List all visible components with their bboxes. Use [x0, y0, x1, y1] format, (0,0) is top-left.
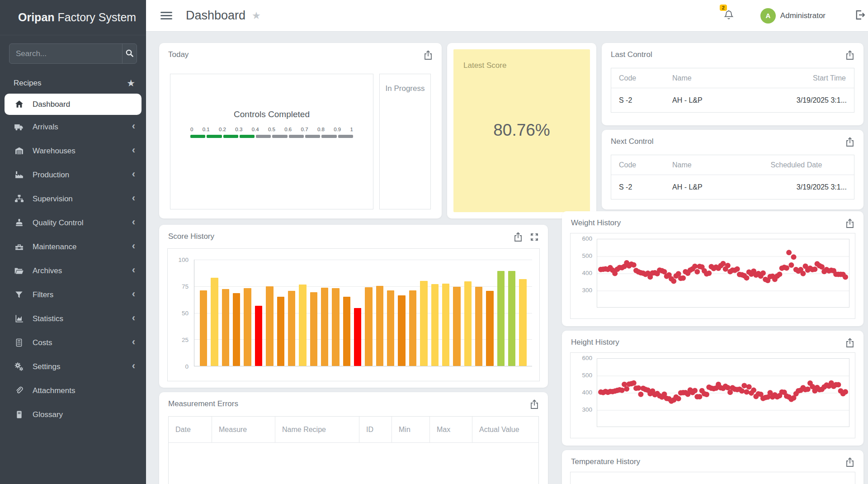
in-progress-label: In Progress — [386, 84, 425, 93]
notifications-button[interactable]: 2 — [723, 9, 734, 22]
controls-completed-title: Controls Completed — [170, 109, 373, 119]
latest-score-title: Latest Score — [453, 49, 590, 70]
progress-segment-completed — [223, 135, 238, 138]
sidebar-item-filters[interactable]: Filters‹ — [0, 283, 146, 307]
next-control-title: Next Control — [611, 137, 653, 146]
sidebar-item-supervision[interactable]: Supervision‹ — [0, 187, 146, 211]
stamp-icon — [14, 218, 24, 228]
table-row: S -2AH - L&P3/19/2025 3:1... — [611, 88, 854, 112]
fullscreen-button[interactable] — [530, 232, 539, 243]
score-bar — [321, 288, 328, 366]
brand-bold: Oripan — [18, 11, 55, 24]
y-axis-labels: 600500400300 — [571, 358, 592, 427]
export-button[interactable] — [845, 137, 854, 148]
share-icon — [845, 55, 854, 62]
column-header: Start Time — [757, 74, 854, 82]
score-bar — [475, 287, 482, 366]
sidebar-item-label: Warehouses — [33, 147, 132, 156]
in-progress-panel: In Progress — [379, 74, 431, 209]
height-history-title: Height History — [571, 338, 619, 347]
column-header: Actual Value — [472, 417, 538, 442]
book-icon — [14, 410, 24, 419]
logout-button[interactable] — [854, 9, 865, 22]
sidebar-section: Recipes ★ — [0, 76, 146, 91]
export-button[interactable] — [845, 50, 854, 62]
score-bar — [486, 291, 493, 366]
sidebar-item-warehouses[interactable]: Warehouses‹ — [0, 139, 146, 163]
truck-icon — [14, 123, 24, 132]
export-button[interactable] — [845, 218, 854, 230]
column-header: Name — [672, 161, 757, 169]
score-bar — [497, 271, 505, 366]
progress-segment-remaining — [289, 135, 304, 138]
search-input[interactable] — [9, 44, 122, 63]
tick-label: 0 — [190, 127, 193, 132]
sidebar-item-archives[interactable]: Archives‹ — [0, 259, 146, 283]
tick-label: 0.8 — [317, 127, 325, 132]
score-bar — [387, 290, 394, 366]
sidebar-item-settings[interactable]: Settings‹ — [0, 355, 146, 379]
column-header: Name — [672, 74, 757, 82]
export-button[interactable] — [530, 399, 539, 411]
progress-segment-completed — [240, 135, 255, 138]
sidebar-item-attachments[interactable]: Attachments — [0, 379, 146, 403]
column-header: Code — [611, 74, 672, 82]
sidebar-item-maintenance[interactable]: Maintenance‹ — [0, 235, 146, 259]
sidebar-search — [9, 43, 137, 64]
tick-label: 0.7 — [301, 127, 308, 132]
sidebar-item-statistics[interactable]: Statistics‹ — [0, 307, 146, 331]
sidebar-item-label: Filters — [33, 290, 132, 299]
calculator-icon — [14, 338, 24, 347]
share-icon — [845, 462, 854, 469]
progress-segment-remaining — [256, 135, 271, 138]
sidebar-item-arrivals[interactable]: Arrivals‹ — [0, 115, 146, 139]
y-axis-labels: 600500400300 — [571, 239, 592, 308]
favorite-star-icon[interactable]: ★ — [127, 78, 135, 89]
export-button[interactable] — [514, 232, 523, 243]
tick-label: 0.3 — [235, 127, 242, 132]
table-header-row: CodeNameScheduled Date — [611, 155, 854, 175]
progress-segment-remaining — [321, 135, 336, 138]
gears-icon — [14, 362, 24, 371]
score-bar — [310, 292, 317, 366]
next-control-table: CodeNameScheduled DateS -2AH - L&P3/19/2… — [611, 155, 854, 199]
menu-toggle-icon[interactable] — [160, 10, 172, 21]
table-header-row: DateMeasureName RecipeIDMinMaxActual Val… — [169, 417, 538, 443]
search-button[interactable] — [122, 44, 137, 63]
sidebar-item-quality-control[interactable]: Quality Control‹ — [0, 211, 146, 235]
sidebar-section-label: Recipes — [14, 79, 41, 88]
score-bar — [365, 287, 372, 366]
sidebar-item-dashboard[interactable]: Dashboard — [5, 94, 142, 115]
sidebar-item-glossary[interactable]: Glossary — [0, 403, 146, 427]
column-header: Scheduled Date — [757, 161, 854, 169]
expand-icon — [530, 236, 539, 243]
page-title: Dashboard — [186, 9, 245, 23]
bar-chart-area — [194, 260, 532, 366]
sidebar-item-production[interactable]: Production‹ — [0, 163, 146, 187]
export-button[interactable] — [845, 457, 854, 469]
toolbox-icon — [14, 242, 24, 251]
user-menu[interactable]: A Administrator — [760, 8, 826, 24]
score-bar — [453, 287, 460, 366]
table-cell: AH - L&P — [672, 183, 757, 191]
factory-icon — [14, 170, 24, 180]
weight-history-title: Weight History — [571, 218, 621, 228]
sidebar-item-label: Attachments — [33, 386, 135, 395]
sitemap-icon — [14, 194, 24, 204]
share-icon — [845, 342, 854, 349]
export-button[interactable] — [845, 338, 854, 349]
today-card-title: Today — [168, 50, 189, 59]
score-bar — [288, 291, 295, 366]
score-bar — [354, 308, 361, 366]
score-bar — [376, 286, 383, 366]
page-favorite-star-icon[interactable]: ★ — [252, 10, 261, 22]
tick-label: 0.6 — [284, 127, 292, 132]
sidebar-item-costs[interactable]: Costs‹ — [0, 331, 146, 355]
notification-badge: 2 — [720, 5, 727, 11]
user-name: Administrator — [780, 11, 826, 20]
y-axis-labels: 0255075100 — [168, 260, 189, 366]
export-button[interactable] — [424, 50, 433, 62]
sidebar-item-label: Quality Control — [33, 218, 132, 228]
table-cell: S -2 — [611, 183, 672, 191]
home-icon — [14, 100, 24, 109]
